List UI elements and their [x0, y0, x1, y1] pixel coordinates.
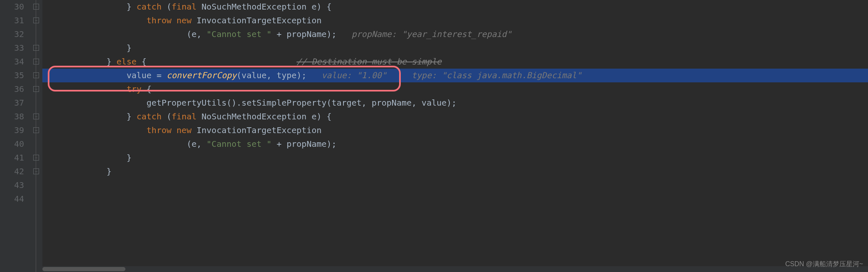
code-token: } — [107, 166, 112, 176]
line-number: 43 — [0, 178, 24, 192]
line-number: 33 — [0, 41, 24, 55]
code-token: value: "1.00" type: "class java.math.Big… — [321, 70, 581, 80]
fold-marker-icon[interactable]: − — [33, 45, 39, 51]
line-number: 44 — [0, 192, 24, 206]
code-token: InvocationTargetException — [196, 15, 321, 25]
code-token: } — [127, 153, 132, 163]
fold-marker-icon[interactable]: − — [33, 168, 39, 174]
code-token: (e, — [186, 139, 206, 149]
line-number: 32 — [0, 27, 24, 41]
fold-marker-icon[interactable]: − — [33, 127, 39, 133]
code-token: "Cannot set " — [206, 29, 272, 39]
code-token: propName: "year_interest_repaid" — [352, 29, 512, 39]
code-token: } — [127, 43, 132, 53]
code-token: } — [127, 111, 137, 121]
fold-marker-icon[interactable]: − — [33, 17, 39, 23]
code-token: // Destination must be simple — [297, 57, 441, 67]
line-number: 34 — [0, 55, 24, 69]
code-line[interactable]: } — [42, 151, 868, 165]
fold-marker-icon[interactable]: − — [33, 72, 39, 78]
code-token: throw new — [147, 15, 196, 25]
code-token: + propName); — [272, 139, 337, 149]
fold-marker-icon[interactable]: − — [33, 114, 39, 119]
code-token: InvocationTargetException — [196, 125, 321, 135]
fold-marker-icon[interactable]: − — [33, 86, 39, 92]
code-line[interactable]: } else { // Destination must be simple — [42, 55, 868, 69]
line-number: 37 — [0, 96, 24, 110]
code-token: convertForCopy — [167, 70, 237, 80]
code-line[interactable]: } catch (final NoSuchMethodException e) … — [42, 0, 868, 14]
code-token: ( — [167, 2, 172, 12]
code-area[interactable]: } catch (final NoSuchMethodException e) … — [42, 0, 868, 272]
line-number: 41 — [0, 151, 24, 165]
line-number: 39 — [0, 124, 24, 137]
code-line[interactable] — [42, 178, 868, 192]
watermark: CSDN @满船清梦压星河~ — [785, 260, 863, 269]
code-token: + propName); — [272, 29, 352, 39]
code-line[interactable]: try { — [42, 82, 868, 96]
code-token: { — [147, 84, 152, 94]
code-token: final — [172, 111, 201, 121]
code-token: } — [107, 57, 117, 67]
code-line[interactable] — [42, 192, 868, 206]
code-line[interactable]: getPropertyUtils().setSimpleProperty(tar… — [42, 96, 868, 110]
code-line[interactable]: } catch (final NoSuchMethodException e) … — [42, 110, 868, 124]
fold-marker-icon[interactable]: − — [33, 59, 39, 64]
code-token: getPropertyUtils().setSimpleProperty(tar… — [147, 98, 457, 108]
line-number: 40 — [0, 137, 24, 151]
code-line[interactable]: value = convertForCopy(value, type); val… — [42, 69, 868, 82]
code-token: value = — [127, 70, 167, 80]
line-number-gutter: 303132333435363738394041424344 — [0, 0, 32, 272]
code-token: NoSuchMethodException e) { — [201, 111, 331, 121]
line-number: 36 — [0, 82, 24, 96]
line-number: 38 — [0, 110, 24, 124]
code-token: NoSuchMethodException e) { — [201, 2, 331, 12]
code-token: final — [172, 2, 201, 12]
code-token: (e, — [186, 29, 206, 39]
code-token: } — [127, 2, 137, 12]
scrollbar-thumb[interactable] — [42, 267, 125, 271]
code-line[interactable]: (e, "Cannot set " + propName); — [42, 137, 868, 151]
code-token: throw new — [147, 125, 196, 135]
code-token: (value, type); — [237, 70, 322, 80]
code-token: "Cannot set " — [206, 139, 272, 149]
line-number: 35 — [0, 69, 24, 82]
code-line[interactable]: } — [42, 165, 868, 178]
code-token: try — [127, 84, 147, 94]
code-token: catch — [137, 111, 167, 121]
line-number: 30 — [0, 0, 24, 14]
fold-gutter: −−−−−−−−−− — [32, 0, 42, 272]
fold-marker-icon[interactable]: − — [33, 155, 39, 161]
code-line[interactable]: (e, "Cannot set " + propName); propName:… — [42, 27, 868, 41]
code-token: ( — [167, 111, 172, 121]
code-token: catch — [137, 2, 167, 12]
code-line[interactable]: throw new InvocationTargetException — [42, 14, 868, 27]
code-token: else — [117, 57, 142, 67]
horizontal-scrollbar[interactable] — [42, 266, 868, 272]
code-editor[interactable]: 303132333435363738394041424344 −−−−−−−−−… — [0, 0, 868, 272]
line-number: 42 — [0, 165, 24, 178]
code-line[interactable]: throw new InvocationTargetException — [42, 124, 868, 137]
fold-marker-icon[interactable]: − — [33, 4, 39, 10]
code-line[interactable]: } — [42, 41, 868, 55]
code-token: { — [142, 57, 297, 67]
line-number: 31 — [0, 14, 24, 27]
